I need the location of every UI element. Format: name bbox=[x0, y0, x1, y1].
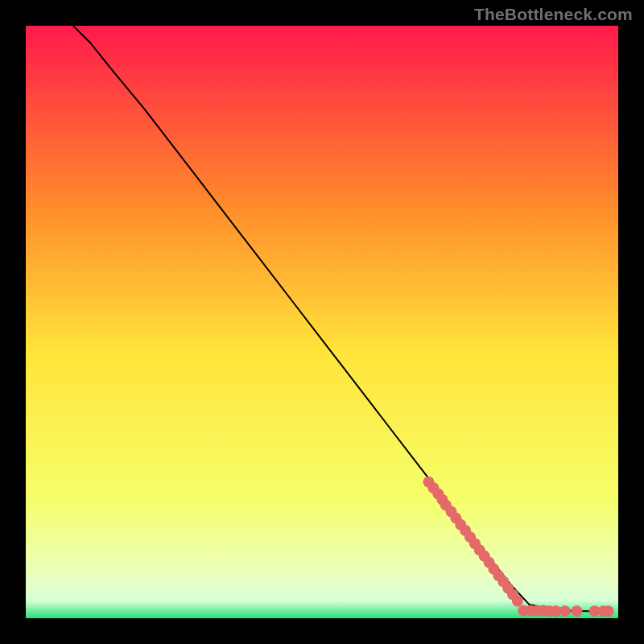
gradient-background bbox=[26, 26, 618, 618]
chart-svg bbox=[26, 26, 618, 618]
chart-frame: TheBottleneck.com bbox=[0, 0, 644, 644]
data-point bbox=[602, 605, 613, 617]
data-point bbox=[571, 605, 582, 617]
chart-plot bbox=[26, 26, 618, 618]
data-point bbox=[559, 605, 571, 617]
watermark-label: TheBottleneck.com bbox=[474, 5, 633, 24]
data-point bbox=[512, 596, 523, 607]
